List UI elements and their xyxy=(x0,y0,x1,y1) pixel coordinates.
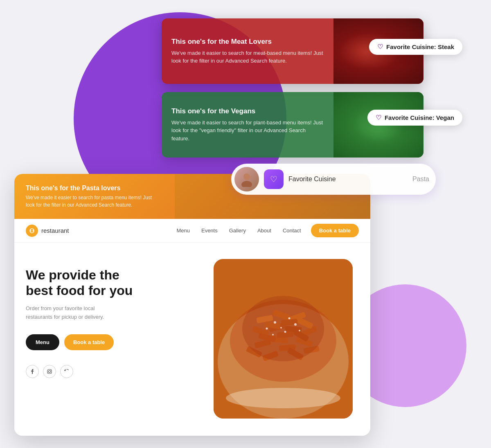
svg-point-6 xyxy=(49,371,51,373)
pasta-banner-title: This one's for the Pasta lovers xyxy=(26,185,161,192)
menu-button[interactable]: Menu xyxy=(26,334,59,350)
hero-buttons: Menu Book a table xyxy=(26,334,207,350)
svg-rect-4 xyxy=(31,231,33,232)
heart-button[interactable]: ♡ xyxy=(264,169,284,189)
svg-point-33 xyxy=(274,321,276,324)
cuisine-label: Favorite Cuisine xyxy=(288,176,412,183)
svg-point-32 xyxy=(242,296,324,361)
avatar xyxy=(234,167,259,191)
svg-point-1 xyxy=(241,181,252,187)
card-vegan-desc: We've made it easier to search for plant… xyxy=(171,119,324,143)
facebook-icon[interactable] xyxy=(26,365,39,378)
heart-icon-profile: ♡ xyxy=(270,174,277,184)
hero-right xyxy=(207,259,359,424)
svg-point-37 xyxy=(294,323,297,326)
svg-point-39 xyxy=(284,331,286,333)
svg-rect-5 xyxy=(47,369,52,374)
svg-point-40 xyxy=(299,330,300,331)
svg-point-3 xyxy=(31,229,33,231)
nav-gallery[interactable]: Gallery xyxy=(229,227,246,234)
svg-point-35 xyxy=(280,327,282,329)
card-meat-content: This one's for the Meat Lovers We've mad… xyxy=(162,18,333,84)
pasta-profile-row: ♡ Favorite Cuisine Pasta xyxy=(231,164,436,195)
badge-vegan-label: Favorite Cuisine: Vegan xyxy=(385,114,454,121)
social-icons xyxy=(26,365,207,378)
nav-book-button[interactable]: Book a table xyxy=(311,224,359,237)
heart-icon-vegan: ♡ xyxy=(376,114,381,122)
pasta-banner-text: This one's for the Pasta lovers We've ma… xyxy=(26,185,161,209)
pasta-banner-desc: We've made it easier to search for pasta… xyxy=(26,194,161,209)
nav-contact[interactable]: Contact xyxy=(283,227,301,234)
main-card: This one's for the Pasta lovers We've ma… xyxy=(14,174,370,436)
nav-links: Menu Events Gallery About Contact xyxy=(176,227,301,234)
card-meat-title: This one's for the Meat Lovers xyxy=(171,38,324,46)
navbar: restaurant Menu Events Gallery About Con… xyxy=(14,219,370,243)
hero-subtitle: Order from your favorite local restauran… xyxy=(26,304,120,322)
svg-point-34 xyxy=(288,317,291,320)
svg-point-38 xyxy=(272,334,274,335)
nav-menu[interactable]: Menu xyxy=(176,227,190,234)
food-image xyxy=(214,259,353,419)
hero-section: We provide the best food for you Order f… xyxy=(14,243,370,436)
nav-logo: restaurant xyxy=(26,225,69,237)
card-vegan-content: This one's for the Vegans We've made it … xyxy=(162,92,333,158)
badge-steak-label: Favorite Cuisine: Steak xyxy=(386,43,454,50)
nav-about[interactable]: About xyxy=(257,227,271,234)
book-table-button[interactable]: Book a table xyxy=(64,334,114,350)
svg-point-36 xyxy=(266,328,268,330)
nav-events[interactable]: Events xyxy=(201,227,218,234)
logo-icon xyxy=(26,225,38,237)
cuisine-value: Pasta xyxy=(412,176,429,183)
hero-title: We provide the best food for you xyxy=(26,267,149,299)
svg-point-7 xyxy=(51,370,51,371)
svg-point-0 xyxy=(243,173,250,180)
badge-steak: ♡ Favorite Cuisine: Steak xyxy=(369,39,462,55)
instagram-icon[interactable] xyxy=(43,365,56,378)
svg-point-41 xyxy=(226,388,340,408)
card-meat-desc: We've made it easier to search for meat-… xyxy=(171,49,324,65)
badge-vegan: ♡ Favorite Cuisine: Vegan xyxy=(367,110,462,126)
heart-icon: ♡ xyxy=(377,43,383,51)
card-vegan-title: This one's for the Vegans xyxy=(171,107,324,115)
hero-left: We provide the best food for you Order f… xyxy=(26,259,207,424)
pasta-profile-area: ♡ Favorite Cuisine Pasta xyxy=(223,164,460,195)
twitter-icon[interactable] xyxy=(60,365,73,378)
nav-logo-text: restaurant xyxy=(41,227,69,234)
